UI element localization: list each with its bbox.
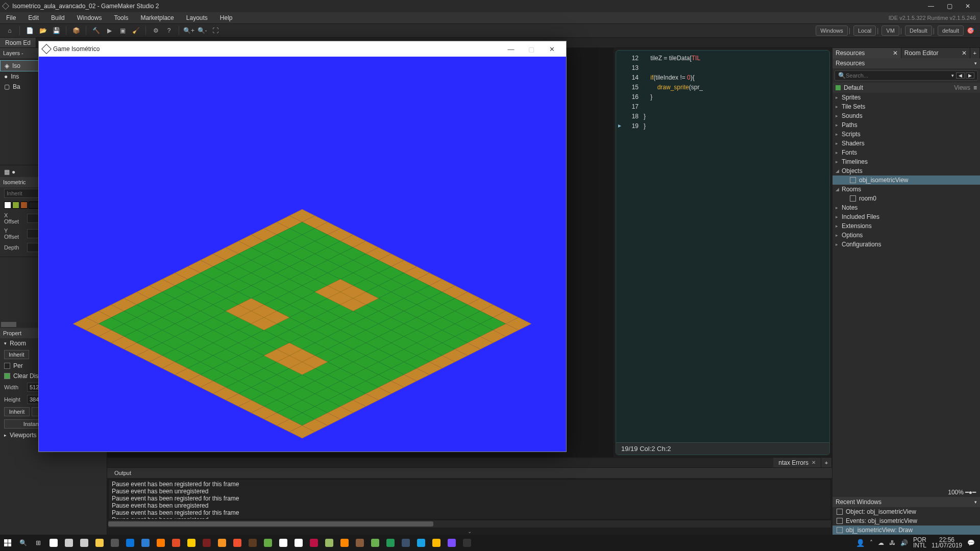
build-icon[interactable]: 🔨 — [90, 25, 102, 36]
tree-arrow-icon[interactable]: ▸ — [836, 205, 838, 210]
syntax-errors-tab[interactable]: ntax Errors✕ — [773, 458, 821, 467]
tray-up-icon[interactable]: ˄ — [870, 539, 873, 546]
target-config1[interactable]: Default — [905, 26, 932, 36]
tree-node-objects[interactable]: ◢Objects — [832, 166, 980, 176]
tree-arrow-icon[interactable]: ▸ — [836, 242, 838, 247]
taskbar-app[interactable] — [413, 535, 429, 550]
doc-tab-room[interactable]: Room Ed — [0, 38, 36, 47]
open-icon[interactable]: 📂 — [37, 25, 48, 36]
recent-window-item[interactable]: obj_isometricView: Draw — [832, 525, 980, 535]
menu-windows[interactable]: Windows — [71, 12, 108, 23]
fold-marker-icon[interactable]: ▸ — [618, 122, 621, 129]
taskbar-app[interactable] — [260, 535, 276, 550]
game-maximize[interactable]: ▢ — [521, 41, 542, 57]
network-icon[interactable]: 🖧 — [889, 539, 895, 546]
menu-layouts[interactable]: Layouts — [180, 12, 214, 23]
layer-tools-icon2[interactable]: ● — [12, 168, 15, 176]
taskbar-app[interactable] — [184, 535, 199, 550]
cleardisplay-checkbox[interactable] — [4, 373, 10, 379]
target-menu-icon[interactable]: 🎯 — [965, 25, 976, 36]
taskbar-app[interactable] — [398, 535, 413, 550]
recent-window-item[interactable]: Object: obj_isometricView — [832, 507, 980, 516]
tree-node-includedfiles[interactable]: ▸Included Files — [832, 212, 980, 221]
help-icon[interactable]: ? — [163, 25, 175, 36]
clock[interactable]: 22:5611/07/2019 — [932, 537, 962, 548]
taskbar-app[interactable] — [199, 535, 214, 550]
target-device[interactable]: Local — [853, 26, 876, 36]
new-icon[interactable]: 📄 — [24, 25, 35, 36]
taskbar-app[interactable] — [230, 535, 245, 550]
search-input[interactable] — [846, 72, 949, 79]
taskbar-app[interactable] — [46, 535, 61, 550]
tree-node-sprites[interactable]: ▸Sprites — [832, 93, 980, 102]
zoom-slider[interactable]: ━●━ — [965, 489, 976, 496]
tree-arrow-icon[interactable]: ◢ — [836, 168, 839, 173]
close-icon[interactable]: ✕ — [962, 48, 967, 58]
target-output[interactable]: VM — [881, 26, 899, 36]
tree-node-extensions[interactable]: ▸Extensions — [832, 221, 980, 231]
tree-node-shaders[interactable]: ▸Shaders — [832, 139, 980, 148]
menu-marketplace[interactable]: Marketplace — [134, 12, 180, 23]
tree-arrow-icon[interactable]: ▸ — [836, 132, 838, 137]
menu-help[interactable]: Help — [214, 12, 239, 23]
inherit-button[interactable]: Inherit — [4, 350, 29, 359]
menu-tools[interactable]: Tools — [108, 12, 134, 23]
tree-arrow-icon[interactable]: ▸ — [836, 104, 838, 109]
menu-file[interactable]: File — [0, 12, 22, 23]
tree-arrow-icon[interactable]: ▸ — [836, 150, 838, 155]
tree-arrow-icon[interactable]: ▸ — [836, 122, 838, 128]
layer-tools-icon[interactable]: ▦ — [4, 168, 10, 176]
output-hscroll[interactable] — [108, 520, 831, 528]
tree-arrow-icon[interactable]: ◢ — [836, 187, 839, 192]
game-window[interactable]: Game Isométrico — ▢ ✕ — [38, 41, 567, 452]
tree-item[interactable]: room0 — [832, 194, 980, 203]
dock-collapse-icon[interactable]: ⌄ — [107, 529, 832, 535]
run-icon[interactable]: ▶ — [104, 25, 115, 36]
add-tab-button[interactable]: + — [821, 458, 832, 467]
tree-node-paths[interactable]: ▸Paths — [832, 120, 980, 130]
search-taskbar-icon[interactable]: 🔍 — [15, 535, 31, 550]
taskbar-app[interactable] — [153, 535, 168, 550]
tree-arrow-icon[interactable]: ▸ — [836, 159, 838, 164]
taskbar-app[interactable] — [122, 535, 138, 550]
default-config[interactable]: Default — [844, 83, 863, 93]
tree-node-sounds[interactable]: ▸Sounds — [832, 111, 980, 120]
game-close[interactable]: ✕ — [542, 41, 562, 57]
settings-icon[interactable]: ⚙ — [150, 25, 161, 36]
tree-node-fonts[interactable]: ▸Fonts — [832, 148, 980, 157]
tree-arrow-icon[interactable]: ▸ — [836, 95, 838, 100]
taskbar-app[interactable] — [352, 535, 368, 550]
taskbar-app[interactable] — [245, 535, 260, 550]
inherit-button-2[interactable]: Inherit — [4, 407, 30, 416]
taskview-icon[interactable]: ⊞ — [31, 535, 46, 550]
onedrive-icon[interactable]: ☁ — [878, 539, 884, 546]
views-label[interactable]: Views — [954, 83, 970, 93]
taskbar-app[interactable] — [429, 535, 444, 550]
chevron-down-icon[interactable]: ▾ — [974, 497, 977, 507]
taskbar-app[interactable] — [138, 535, 153, 550]
clean-icon[interactable]: 🧹 — [130, 25, 141, 36]
chevron-down-icon[interactable]: ▾ — [974, 58, 977, 68]
tree-node-rooms[interactable]: ◢Rooms — [832, 185, 980, 194]
debug-icon[interactable]: ▣ — [117, 25, 128, 36]
taskbar-app[interactable] — [444, 535, 459, 550]
room-editor-tab[interactable]: Room Editor ✕ — [901, 48, 970, 58]
home-icon[interactable]: ⌂ — [4, 25, 15, 36]
target-platform[interactable]: Windows — [816, 26, 848, 36]
save-icon[interactable]: 💾 — [51, 25, 62, 36]
search-prev-icon[interactable]: ◀ — [956, 72, 965, 79]
package-icon[interactable]: 📦 — [70, 25, 82, 36]
recent-window-item[interactable]: Events: obj_isometricView — [832, 516, 980, 525]
people-icon[interactable]: 👤 — [856, 539, 865, 547]
persistent-checkbox[interactable] — [4, 363, 10, 369]
tree-node-configurations[interactable]: ▸Configurations — [832, 240, 980, 249]
taskbar-app[interactable] — [368, 535, 383, 550]
taskbar-app[interactable] — [459, 535, 475, 550]
taskbar-app[interactable] — [383, 535, 398, 550]
tree-node-options[interactable]: ▸Options — [832, 231, 980, 240]
start-button[interactable] — [0, 535, 15, 550]
window-minimize[interactable]: — — [922, 0, 940, 12]
ime-indicator[interactable]: PORINTL — [913, 537, 926, 548]
taskbar-app[interactable] — [276, 535, 291, 550]
window-maximize[interactable]: ▢ — [940, 0, 959, 12]
